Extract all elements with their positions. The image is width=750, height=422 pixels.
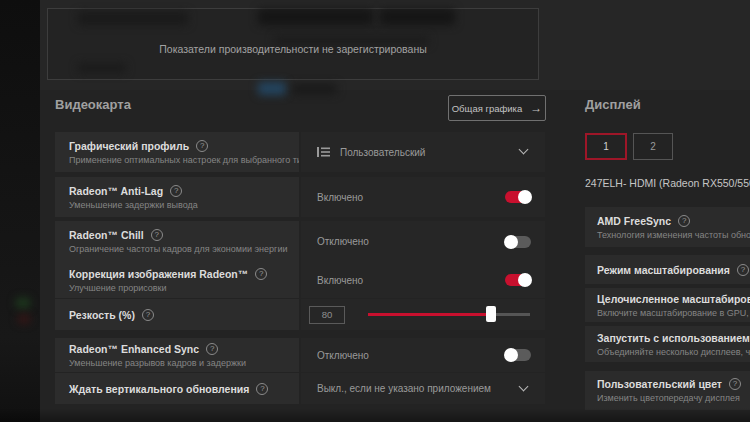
help-icon[interactable]: ? xyxy=(170,185,182,197)
eyefinity-title: Запустить с использованием технологии AM… xyxy=(597,332,750,344)
enhanced-sync-label-cell: Radeon™ Enhanced Sync ? Уменьшение разры… xyxy=(55,338,299,372)
general-graphics-button[interactable]: Общая графика → xyxy=(448,95,546,121)
blurred-blue-badge xyxy=(258,82,286,95)
blurred-text-block xyxy=(380,9,455,25)
image-sharpening-label-cell: Коррекция изображения Radeon™ ? Улучшени… xyxy=(55,262,299,298)
anti-lag-subtitle: Уменьшение задержки вывода xyxy=(69,200,289,210)
vsync-dropdown[interactable]: Выкл., если не указано приложением xyxy=(301,373,545,404)
help-icon[interactable]: ? xyxy=(678,215,690,227)
setting-row-sharpness: Резкость (%) ? xyxy=(55,299,545,330)
chill-title: Radeon™ Chill xyxy=(69,229,144,241)
toggle-knob xyxy=(504,235,518,249)
chill-control-cell: Отключено xyxy=(301,221,545,262)
chevron-down-icon xyxy=(519,381,529,391)
sharpness-input[interactable] xyxy=(309,306,345,324)
anti-lag-label-cell: Radeon™ Anti-Lag ? Уменьшение задержки в… xyxy=(55,177,299,217)
anti-lag-toggle[interactable] xyxy=(505,191,531,203)
setting-row-chill: Radeon™ Chill ? Ограничение частоты кадр… xyxy=(55,221,545,262)
arrow-right-icon: → xyxy=(530,101,542,115)
eyefinity-subtitle: Объединяйте несколько дисплеев, чтобы он… xyxy=(597,347,750,357)
anti-lag-control-cell: Включено xyxy=(301,177,545,217)
blurred-text-block xyxy=(78,12,188,25)
enhanced-sync-toggle[interactable] xyxy=(505,349,531,361)
blurred-text-block xyxy=(78,63,126,73)
freesync-subtitle: Технология изменения частоты обновления. xyxy=(597,230,750,240)
display-tab-2[interactable]: 2 xyxy=(633,133,673,160)
chill-subtitle: Ограничение частоты кадров для экономии … xyxy=(69,244,289,254)
setting-row-graphics-profile: Графический профиль ? Применение оптимал… xyxy=(55,132,545,172)
scaling-mode-title: Режим масштабирования xyxy=(597,264,730,276)
help-icon[interactable]: ? xyxy=(142,309,154,321)
graphics-profile-label-cell: Графический профиль ? Применение оптимал… xyxy=(55,132,299,172)
chill-label-cell: Radeon™ Chill ? Ограничение частоты кадр… xyxy=(55,221,299,262)
image-sharpening-toggle[interactable] xyxy=(505,274,531,286)
image-sharpening-subtitle: Улучшение прорисовки xyxy=(69,283,289,293)
chevron-down-icon xyxy=(519,145,529,155)
blurred-text-block xyxy=(292,84,337,94)
display-row-scaling-mode[interactable]: Режим масштабирования ? xyxy=(585,255,750,284)
sharpness-control-cell xyxy=(301,299,545,330)
help-icon[interactable]: ? xyxy=(151,229,163,241)
integer-scaling-subtitle: Включите масштабирование в GPU, чтобы ра… xyxy=(597,308,750,318)
display-device-name: 247ELH- HDMI (Radeon RX550/550 Series) xyxy=(585,177,750,189)
display-row-freesync[interactable]: AMD FreeSync ? Технология изменения част… xyxy=(585,207,750,247)
custom-profile-icon xyxy=(317,146,330,158)
image-sharpening-title: Коррекция изображения Radeon™ xyxy=(69,268,248,280)
display-tab-1-label: 1 xyxy=(603,141,609,152)
enhanced-sync-subtitle: Уменьшение разрывов кадров и задержки xyxy=(69,358,289,368)
dimmed-top-zone: Показатели производительности не зарегис… xyxy=(40,0,750,90)
left-dark-strip xyxy=(0,0,40,422)
toggle-knob xyxy=(518,273,532,287)
help-icon[interactable]: ? xyxy=(737,264,749,276)
setting-row-image-sharpening: Коррекция изображения Radeon™ ? Улучшени… xyxy=(55,262,545,298)
help-icon[interactable]: ? xyxy=(255,268,267,280)
toggle-knob xyxy=(504,348,518,362)
performance-metrics-message: Показатели производительности не зарегис… xyxy=(48,43,538,55)
vsync-label-cell: Ждать вертикального обновления ? xyxy=(55,373,299,404)
display-tab-2-label: 2 xyxy=(650,141,656,152)
help-icon[interactable]: ? xyxy=(196,140,208,152)
graphics-profile-dropdown[interactable]: Пользовательский xyxy=(301,132,545,172)
help-icon[interactable]: ? xyxy=(256,383,268,395)
chill-state-text: Отключено xyxy=(317,236,369,247)
general-graphics-label: Общая графика xyxy=(452,103,523,114)
blurred-red-blob xyxy=(18,315,30,323)
anti-lag-title: Radeon™ Anti-Lag xyxy=(69,185,163,197)
performance-metrics-panel: Показатели производительности не зарегис… xyxy=(47,8,539,80)
videocard-heading: Видеокарта xyxy=(55,97,131,112)
enhanced-sync-title: Radeon™ Enhanced Sync xyxy=(69,343,199,355)
sharpness-label-cell: Резкость (%) ? xyxy=(55,299,299,330)
custom-color-subtitle: Изменить цветопередачу дисплея xyxy=(597,393,750,403)
vsync-title: Ждать вертикального обновления xyxy=(69,383,249,395)
bottom-shadow xyxy=(0,408,750,422)
display-row-eyefinity[interactable]: Запустить с использованием технологии AM… xyxy=(585,326,750,362)
graphics-profile-value: Пользовательский xyxy=(340,147,425,158)
setting-row-anti-lag: Radeon™ Anti-Lag ? Уменьшение задержки в… xyxy=(55,177,545,217)
enhanced-sync-state-text: Отключено xyxy=(317,350,369,361)
blurred-text-block xyxy=(258,9,373,25)
setting-row-vsync: Ждать вертикального обновления ? Выкл., … xyxy=(55,373,545,404)
freesync-title: AMD FreeSync xyxy=(597,215,671,227)
graphics-profile-subtitle: Применение оптимальных настроек для выбр… xyxy=(69,155,289,165)
help-icon[interactable]: ? xyxy=(206,343,218,355)
display-row-integer-scaling[interactable]: Целочисленное масштабирование ? Включите… xyxy=(585,288,750,322)
vsync-value: Выкл., если не указано приложением xyxy=(317,383,491,394)
chill-toggle[interactable] xyxy=(505,236,531,248)
blurred-green-blob xyxy=(16,298,30,308)
slider-handle[interactable] xyxy=(486,306,496,322)
toggle-knob xyxy=(518,190,532,204)
image-sharpening-state-text: Включено xyxy=(317,275,363,286)
anti-lag-state-text: Включено xyxy=(317,192,363,203)
enhanced-sync-control-cell: Отключено xyxy=(301,338,545,372)
display-row-custom-color[interactable]: Пользовательский цвет ? Изменить цветопе… xyxy=(585,371,750,410)
display-tab-1[interactable]: 1 xyxy=(585,133,627,160)
integer-scaling-title: Целочисленное масштабирование xyxy=(597,293,750,305)
sharpness-slider[interactable] xyxy=(368,313,530,316)
radeon-settings-screen: Показатели производительности не зарегис… xyxy=(0,0,750,422)
display-heading: Дисплей xyxy=(585,97,641,112)
custom-color-title: Пользовательский цвет xyxy=(597,378,722,390)
help-icon[interactable]: ? xyxy=(729,378,741,390)
graphics-profile-title: Графический профиль xyxy=(69,140,189,152)
image-sharpening-control-cell: Включено xyxy=(301,262,545,298)
sharpness-title: Резкость (%) xyxy=(69,309,135,321)
